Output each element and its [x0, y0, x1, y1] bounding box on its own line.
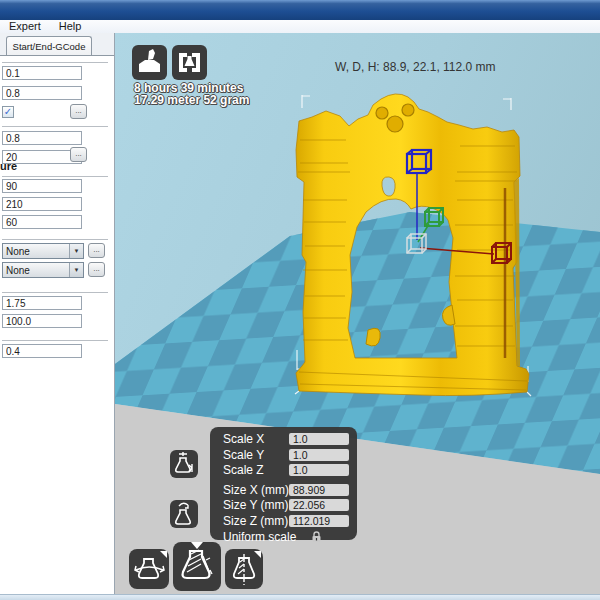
- scale-z-input[interactable]: [289, 464, 349, 476]
- fill-expert-button[interactable]: ...: [70, 147, 87, 162]
- uniform-scale-label: Uniform scale: [223, 530, 310, 544]
- section-divider: [2, 126, 108, 127]
- bottom-top-thickness-field[interactable]: [2, 131, 82, 145]
- window-bottom-border: [0, 594, 600, 600]
- menu-item-help[interactable]: Help: [50, 20, 91, 33]
- save-toolpath-button[interactable]: [172, 45, 207, 80]
- reset-scale-icon: [170, 500, 198, 528]
- shell-thickness-field[interactable]: [2, 86, 82, 100]
- active-tool-notch-icon: [191, 542, 203, 549]
- scale-tool-button[interactable]: [173, 542, 221, 591]
- filament-diameter-field[interactable]: [2, 296, 82, 310]
- size-y-input[interactable]: [289, 499, 349, 511]
- scale-x-input[interactable]: [289, 433, 349, 445]
- title-bar[interactable]: [0, 0, 600, 20]
- material-estimate: 17.29 meter 52 gram: [134, 94, 249, 106]
- save-toolpath-icon: [172, 45, 207, 80]
- rotate-tool-button[interactable]: [129, 549, 169, 589]
- section-divider: [2, 340, 108, 341]
- submenu-notch-icon: [160, 551, 167, 558]
- size-x-row: Size X (mm): [223, 483, 351, 498]
- scale-settings-panel: Scale X Scale Y Scale Z Size X (mm) Size…: [210, 427, 357, 540]
- size-z-input[interactable]: [289, 515, 349, 527]
- support-type-select[interactable]: None ▼: [2, 243, 84, 259]
- mirror-tool-button[interactable]: [225, 549, 263, 589]
- size-y-label: Size Y (mm): [223, 498, 289, 512]
- bed-temperature-field[interactable]: [2, 215, 82, 229]
- platform-adhesion-value: None: [3, 265, 69, 276]
- filament-flow-field[interactable]: [2, 314, 82, 328]
- adhesion-expert-button[interactable]: ...: [88, 262, 105, 277]
- platform-adhesion-select[interactable]: None ▼: [2, 262, 84, 278]
- scale-y-input[interactable]: [289, 449, 349, 461]
- size-z-label: Size Z (mm): [223, 514, 289, 528]
- size-y-row: Size Y (mm): [223, 498, 351, 513]
- scale-x-label: Scale X: [223, 432, 289, 446]
- retraction-checkbox[interactable]: ✓: [2, 106, 14, 118]
- tab-start-end-gcode[interactable]: Start/End-GCode: [6, 36, 92, 56]
- print-speed-field[interactable]: [2, 179, 82, 193]
- scale-y-label: Scale Y: [223, 448, 289, 462]
- support-type-value: None: [3, 246, 69, 257]
- menu-bar: Expert Help: [0, 20, 600, 34]
- dropdown-arrow-icon: ▼: [69, 263, 83, 277]
- scale-to-max-icon: [170, 450, 198, 478]
- menu-item-expert[interactable]: Expert: [0, 20, 50, 33]
- support-expert-button[interactable]: ...: [88, 243, 105, 258]
- uniform-scale-row: Uniform scale: [223, 529, 351, 544]
- section-divider: [2, 62, 108, 63]
- size-x-input[interactable]: [289, 484, 349, 496]
- cura-window: Expert Help Start/End-GCode ✓ ... ... ur…: [0, 0, 600, 600]
- size-z-row: Size Z (mm): [223, 514, 351, 529]
- submenu-notch-icon: [254, 551, 261, 558]
- size-x-label: Size X (mm): [223, 483, 289, 497]
- reset-scale-button[interactable]: [170, 500, 198, 528]
- load-model-icon: [132, 45, 167, 80]
- section-divider: [2, 292, 108, 293]
- scale-x-row: Scale X: [223, 432, 351, 447]
- viewport-3d[interactable]: 8 hours 39 minutes 17.29 meter 52 gram W…: [115, 33, 600, 600]
- scale-z-label: Scale Z: [223, 463, 289, 477]
- printing-temperature-field[interactable]: [2, 197, 82, 211]
- scale-y-row: Scale Y: [223, 448, 351, 463]
- section-divider: [2, 239, 108, 240]
- lock-icon[interactable]: [310, 530, 323, 543]
- nozzle-size-field[interactable]: [2, 344, 82, 358]
- dropdown-arrow-icon: ▼: [69, 244, 83, 258]
- scale-tool-icon: [173, 542, 221, 591]
- scale-z-row: Scale Z: [223, 463, 351, 478]
- scale-to-max-button[interactable]: [170, 450, 198, 478]
- layer-height-field[interactable]: [2, 66, 82, 80]
- section-header-temperature: ure: [0, 160, 17, 172]
- retraction-expert-button[interactable]: ...: [70, 104, 87, 119]
- dimension-readout: W, D, H: 88.9, 22.1, 112.0 mm: [335, 60, 496, 74]
- settings-panel: Start/End-GCode ✓ ... ... ure None ▼ ...…: [0, 33, 115, 600]
- section-divider: [2, 176, 108, 177]
- load-model-button[interactable]: [132, 45, 167, 80]
